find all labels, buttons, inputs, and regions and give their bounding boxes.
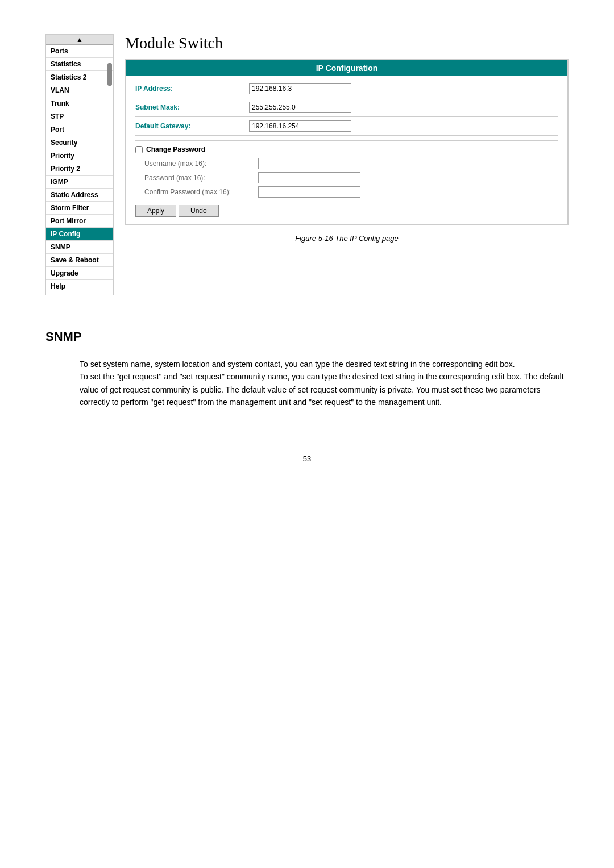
sidebar-item-storm-filter[interactable]: Storm Filter (46, 202, 113, 215)
username-input[interactable] (258, 158, 360, 169)
change-password-text: Change Password (146, 145, 205, 153)
button-row: Apply Undo (135, 205, 558, 217)
sidebar-item-static-address[interactable]: Static Address (46, 189, 113, 202)
sidebar-item-upgrade[interactable]: Upgrade (46, 267, 113, 280)
change-password-row: Change Password (135, 145, 558, 153)
sidebar-item-save-&-reboot[interactable]: Save & Reboot (46, 254, 113, 267)
sidebar-item-statistics-2[interactable]: Statistics 2 (46, 71, 113, 84)
section-divider (135, 140, 558, 141)
config-box: IP Configuration IP Address: Subnet Mask… (125, 59, 569, 225)
ip-address-row: IP Address: (135, 83, 558, 98)
password-label: Password (max 16): (144, 174, 258, 182)
password-row: Password (max 16): (144, 172, 558, 183)
change-password-label[interactable]: Change Password (135, 145, 205, 153)
sidebar-item-trunk[interactable]: Trunk (46, 97, 113, 110)
sidebar-item-igmp[interactable]: IGMP (46, 176, 113, 189)
sidebar-item-priority[interactable]: Priority (46, 149, 113, 162)
undo-button[interactable]: Undo (179, 205, 219, 217)
password-input[interactable] (258, 172, 360, 183)
page-number: 53 (45, 454, 569, 463)
module-title: Module Switch (125, 34, 569, 52)
sidebar-item-vlan[interactable]: VLAN (46, 84, 113, 97)
username-row: Username (max 16): (144, 158, 558, 169)
sidebar-scroll-up[interactable]: ▲ (46, 35, 113, 45)
main-panel: Module Switch IP Configuration IP Addres… (125, 34, 569, 295)
snmp-title: SNMP (45, 329, 569, 344)
snmp-section: SNMP To set system name, system location… (45, 329, 569, 409)
ip-address-input[interactable] (249, 83, 351, 94)
sidebar: ▲ PortsStatisticsStatistics 2VLANTrunkST… (45, 34, 114, 295)
config-body: IP Address: Subnet Mask: Default Gateway… (126, 76, 567, 224)
password-fields: Username (max 16): Password (max 16): Co… (135, 158, 558, 198)
subnet-mask-value (249, 102, 558, 113)
subnet-mask-label: Subnet Mask: (135, 103, 249, 111)
snmp-body: To set system name, system location and … (80, 358, 569, 409)
default-gateway-value (249, 120, 558, 132)
username-label: Username (max 16): (144, 160, 258, 168)
sidebar-item-port-mirror[interactable]: Port Mirror (46, 215, 113, 228)
sidebar-item-help[interactable]: Help (46, 280, 113, 293)
ip-address-value (249, 83, 558, 94)
change-password-checkbox[interactable] (135, 146, 143, 153)
sidebar-item-ip-config[interactable]: IP Config (46, 228, 113, 241)
sidebar-item-port[interactable]: Port (46, 123, 113, 136)
default-gateway-label: Default Gateway: (135, 122, 249, 130)
confirm-password-row: Confirm Password (max 16): (144, 186, 558, 198)
sidebar-item-priority-2[interactable]: Priority 2 (46, 162, 113, 176)
scroll-up-icon: ▲ (76, 36, 83, 44)
confirm-password-label: Confirm Password (max 16): (144, 188, 258, 196)
sidebar-item-ports[interactable]: Ports (46, 45, 113, 58)
subnet-mask-input[interactable] (249, 102, 351, 113)
sidebar-item-stp[interactable]: STP (46, 110, 113, 123)
sidebar-item-security[interactable]: Security (46, 136, 113, 149)
ip-address-label: IP Address: (135, 85, 249, 93)
apply-button[interactable]: Apply (135, 205, 176, 217)
subnet-mask-row: Subnet Mask: (135, 102, 558, 117)
sidebar-scroll-indicator (107, 63, 112, 86)
sidebar-item-statistics[interactable]: Statistics (46, 58, 113, 71)
confirm-password-input[interactable] (258, 186, 360, 198)
default-gateway-input[interactable] (249, 120, 351, 132)
config-header: IP Configuration (126, 60, 567, 76)
default-gateway-row: Default Gateway: (135, 120, 558, 136)
sidebar-item-snmp[interactable]: SNMP (46, 241, 113, 254)
figure-caption: Figure 5-16 The IP Config page (125, 234, 569, 243)
